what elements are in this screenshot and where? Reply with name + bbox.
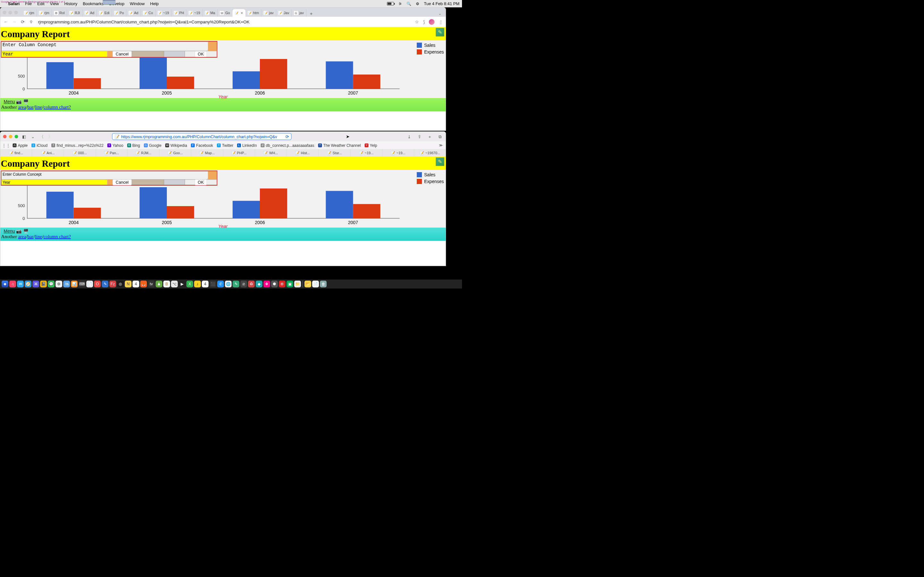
prompt-grip[interactable]: [208, 42, 217, 51]
dock-app[interactable]: 🧭: [25, 281, 31, 287]
dock-app[interactable]: ⚈: [271, 281, 278, 287]
favorite-item[interactable]: iiCloud: [31, 143, 47, 147]
forward-button[interactable]: →: [11, 19, 17, 25]
link-area[interactable]: area: [18, 234, 26, 239]
chrome-tab[interactable]: 📝rjm: [37, 9, 52, 17]
dock-app[interactable]: tv: [148, 281, 155, 287]
dock-app[interactable]: ⌥: [171, 281, 178, 287]
bar-sales[interactable]: [47, 62, 74, 89]
safari-tab[interactable]: 📝RJM...: [128, 149, 160, 157]
favorite-item[interactable]: WWikipedia: [165, 143, 187, 147]
dock-app[interactable]: ♫: [9, 281, 16, 287]
safari-tab[interactable]: 📝find...: [0, 149, 32, 157]
dock-app[interactable]: ⬛: [210, 281, 216, 287]
dock-app[interactable]: N: [125, 281, 132, 287]
prompt-grip[interactable]: [208, 171, 217, 179]
favorite-item[interactable]: AApple: [13, 143, 28, 147]
reload-button[interactable]: ⟳: [20, 19, 26, 25]
chrome-tab[interactable]: 📝Ma: [202, 9, 218, 17]
dock-app[interactable]: 💬: [48, 281, 55, 287]
dock-folder[interactable]: 📄: [312, 281, 319, 287]
dock-app[interactable]: X: [186, 281, 193, 287]
chrome-tab[interactable]: 📝Ad: [82, 9, 97, 17]
spotlight-icon[interactable]: 🔍: [407, 2, 411, 6]
chrome-tab[interactable]: 📝Edi: [97, 9, 111, 17]
chrome-tab[interactable]: 📝Po: [112, 9, 126, 17]
menu-bookmarks[interactable]: Bookmarks: [83, 1, 103, 6]
chrome-window-controls[interactable]: [3, 11, 18, 15]
sidebar-icon[interactable]: ◧: [21, 134, 27, 139]
dock-app[interactable]: ✆: [217, 281, 224, 287]
chrome-menu-icon[interactable]: ⋮: [439, 19, 443, 25]
bar-sales[interactable]: [326, 191, 353, 219]
dock-app[interactable]: O: [94, 281, 101, 287]
bar-expenses[interactable]: [74, 78, 101, 89]
dock-folder[interactable]: 📂: [304, 281, 311, 287]
back-button[interactable]: ←: [3, 19, 9, 25]
downloads-icon[interactable]: ⤓: [407, 134, 412, 139]
dock-app[interactable]: B: [163, 281, 170, 287]
menu-window[interactable]: Window: [130, 1, 145, 6]
bar-sales[interactable]: [140, 187, 167, 219]
safari-tab[interactable]: 📝Goo...: [160, 149, 191, 157]
dock-app[interactable]: ✉: [17, 281, 24, 287]
back-button[interactable]: 〈: [39, 134, 44, 139]
safari-tab[interactable]: 📝Pan...: [95, 149, 128, 157]
bar-expenses[interactable]: [74, 208, 101, 218]
tab-group-chevron-icon[interactable]: ⌄: [30, 134, 36, 139]
chrome-tab[interactable]: MGo: [218, 9, 232, 17]
bar-expenses[interactable]: [353, 204, 380, 219]
favorites-overflow-icon[interactable]: ≫: [439, 143, 443, 147]
safari-tab[interactable]: 📝PHP...: [223, 149, 255, 157]
favorite-item[interactable]: YYelp: [365, 143, 377, 147]
forward-button[interactable]: 〉: [47, 134, 53, 139]
bar-expenses[interactable]: [353, 75, 380, 89]
menu-help[interactable]: Help: [150, 1, 159, 6]
prompt-message[interactable]: Enter Column Concept: [2, 42, 208, 51]
dock-app[interactable]: ⛨: [279, 281, 286, 287]
dock-app[interactable]: 4: [132, 281, 139, 287]
dock-app[interactable]: 4: [202, 281, 208, 287]
favorite-item[interactable]: GGoogle: [144, 143, 162, 147]
bar-sales[interactable]: [233, 201, 260, 219]
dock-app[interactable]: ⚙: [55, 281, 62, 287]
dock-app[interactable]: 🛍: [63, 281, 70, 287]
dock-app[interactable]: ◆: [256, 281, 262, 287]
safari-address-bar[interactable]: 📝 https://www.rjmprogramming.com.au/PHP/…: [112, 133, 292, 140]
favorite-item[interactable]: FFacebook: [191, 143, 213, 147]
ok-button[interactable]: OK: [195, 179, 207, 185]
wifi-icon[interactable]: ⚞: [399, 2, 402, 6]
dock-app[interactable]: 📓: [40, 281, 47, 287]
chrome-tab[interactable]: 📝Jav: [276, 9, 292, 17]
link-bar[interactable]: bar: [27, 105, 34, 110]
favorite-item[interactable]: TThe Weather Channel: [318, 143, 360, 147]
dock-app[interactable]: ⌨: [79, 281, 86, 287]
battery-icon[interactable]: [387, 2, 394, 5]
safari-tab[interactable]: 📝Map...: [191, 149, 223, 157]
dock-app[interactable]: ▶: [179, 281, 186, 287]
prompt-input[interactable]: [2, 179, 107, 185]
safari-tab[interactable]: 📝WH...: [255, 149, 287, 157]
camera-icon[interactable]: 📷: [16, 99, 22, 105]
chrome-tab[interactable]: 📝Co: [141, 9, 156, 17]
new-tab-button[interactable]: ＋: [308, 11, 314, 17]
chrome-tab[interactable]: Gjav: [292, 9, 306, 17]
dock-app[interactable]: 📄: [86, 281, 93, 287]
link-line[interactable]: line: [35, 105, 42, 110]
bar-expenses[interactable]: [260, 189, 287, 218]
safari-tab[interactable]: 📝~19870...: [414, 149, 446, 157]
bookmark-star-icon[interactable]: ☆: [415, 19, 419, 25]
reload-icon[interactable]: ⟳: [286, 134, 289, 139]
bar-expenses[interactable]: [167, 77, 194, 89]
tab-overflow-button[interactable]: ⌄: [437, 11, 443, 17]
dock-chrome[interactable]: 🌐: [225, 281, 232, 287]
dock-app[interactable]: ✎: [233, 281, 239, 287]
chrome-tab[interactable]: ⚙Rol: [52, 9, 67, 17]
chrome-tab[interactable]: 📝rjm: [22, 9, 37, 17]
link-line[interactable]: line: [35, 234, 42, 239]
dock-app[interactable]: 📁: [294, 281, 301, 287]
prompt-input[interactable]: [2, 51, 107, 57]
ok-button[interactable]: OK: [195, 51, 207, 57]
safari-tab[interactable]: 📝Hist...: [287, 149, 318, 157]
chrome-tab[interactable]: 📝htm: [246, 9, 262, 17]
